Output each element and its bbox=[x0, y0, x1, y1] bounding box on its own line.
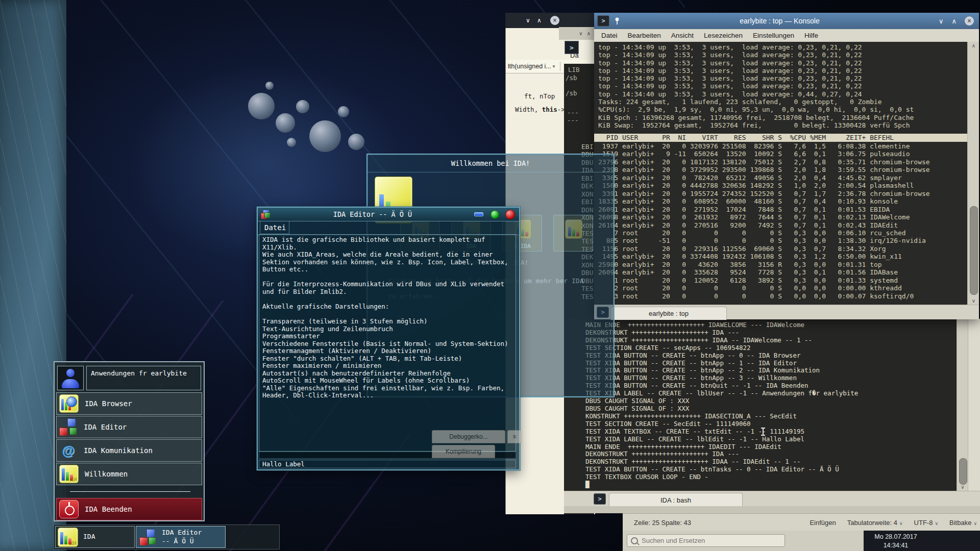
pin-icon[interactable] bbox=[614, 17, 621, 25]
wallpaper-bubble bbox=[296, 100, 309, 113]
menu-ansicht[interactable]: Ansicht bbox=[671, 32, 694, 39]
launcher-item-ida-editor[interactable]: IDA Editor bbox=[56, 416, 202, 438]
toolview-button[interactable]: ≡ bbox=[507, 430, 522, 443]
maximize-icon[interactable]: ∧ bbox=[951, 17, 957, 25]
window-frame bbox=[564, 506, 980, 513]
editor-textbox[interactable]: XIDA ist die grafische Bibliothek und ba… bbox=[259, 234, 516, 452]
globe-icon bbox=[66, 396, 77, 407]
search-field[interactable] bbox=[627, 534, 785, 547]
kate-code-line: ft, nTop bbox=[524, 92, 555, 100]
ida-bash-terminal[interactable]: MAIN ENDE ++++++++++++++++++++ IDAWELCOM… bbox=[564, 319, 957, 491]
wallpaper-bubble bbox=[248, 93, 275, 119]
scrollbar-thumb[interactable] bbox=[970, 206, 978, 295]
insert-mode[interactable]: Einfügen bbox=[810, 519, 836, 527]
kate-close-icon[interactable]: × bbox=[550, 16, 559, 25]
tab-debugger[interactable]: Debuggerko... bbox=[432, 430, 505, 443]
scroll-down-icon[interactable]: ∨ bbox=[957, 484, 968, 490]
chevron-down-icon: ▾ bbox=[553, 64, 555, 69]
ida-editor-icon bbox=[261, 210, 271, 219]
wallpaper-bubble bbox=[348, 134, 364, 150]
launcher-header-label: Anwendungen fr earlybite bbox=[86, 366, 201, 390]
kate-function-label: lth(unsigned i... bbox=[508, 63, 551, 70]
ida-editor-icon bbox=[139, 529, 157, 545]
ida-welcome-icon: IDA bbox=[59, 465, 79, 483]
close-icon[interactable]: × bbox=[965, 16, 974, 26]
highlight-mode-select[interactable]: Bitbake∨ bbox=[949, 519, 977, 527]
process-table-rows: 1937 earlybi+ 20 0 3203976 251508 82396 … bbox=[598, 142, 930, 300]
maximize-button[interactable] bbox=[491, 210, 499, 219]
menu-hilfe[interactable]: Hilfe bbox=[804, 32, 818, 39]
kate-titlebar-fragment: ∨ ∧ × bbox=[505, 13, 595, 28]
toolview-tabs-fragment: Debuggerko... ≡ Kompilierung bbox=[432, 430, 536, 458]
wallpaper-bubble bbox=[265, 82, 274, 90]
ida-editor-icon bbox=[59, 418, 78, 436]
tab-width-select[interactable]: Tabulatorweite: 4∨ bbox=[847, 519, 903, 527]
wallpaper-bubble bbox=[309, 120, 341, 152]
search-icon bbox=[631, 537, 638, 544]
minimize-button[interactable] bbox=[474, 212, 483, 216]
kate-minimize-icon[interactable]: ∨ bbox=[526, 13, 530, 28]
scrollbar[interactable]: ∨ bbox=[957, 319, 968, 491]
konsole-titlebar[interactable]: > earlybite : top — Konsole ∨ ∧ × bbox=[594, 13, 979, 29]
terminal-icon: > bbox=[594, 493, 606, 505]
text-cursor-pointer bbox=[763, 428, 764, 436]
menu-datei[interactable]: Datei bbox=[601, 32, 618, 39]
clock[interactable]: Mo 28.07.2017 14:34:41 bbox=[868, 533, 924, 550]
kate-maximize-icon[interactable]: ∧ bbox=[537, 13, 542, 28]
launcher-item-ida-browser[interactable]: IDA Browser bbox=[56, 392, 202, 415]
editor-text: XIDA ist die grafische Bibliothek und ba… bbox=[262, 236, 508, 399]
menu-lesezeichen[interactable]: Lesezeichen bbox=[704, 32, 743, 39]
launcher-item-willkommen[interactable]: IDA Willkommen bbox=[56, 463, 202, 485]
editor-titlebar[interactable]: IDA Editor -- Ä Ö Ü bbox=[258, 208, 519, 221]
terminal-fragment: /sb bbox=[566, 89, 577, 97]
menu-datei[interactable]: Datei bbox=[260, 221, 289, 234]
window-title: Willkommen bei IDA! bbox=[451, 159, 530, 167]
taskbar-item-ida-editor[interactable]: IDA Editor -- Ä Ö Ü bbox=[136, 526, 226, 548]
toolview-corner-fragment: ∨∧ bbox=[559, 27, 595, 40]
tab-ida-bash[interactable]: IDA : bash bbox=[609, 493, 743, 507]
menu-einstellungen[interactable]: Einstellungen bbox=[753, 32, 794, 39]
bash-tabbar: > IDA : bash bbox=[564, 491, 980, 507]
konsole-menubar: Datei Bearbeiten Ansicht Lesezeichen Ein… bbox=[594, 29, 979, 42]
search-row bbox=[623, 531, 864, 551]
tab-kompilierung[interactable]: Kompilierung bbox=[432, 445, 495, 458]
chevron-up-icon[interactable]: ∧ bbox=[587, 31, 591, 36]
menu-bearbeiten[interactable]: Bearbeiten bbox=[628, 32, 661, 39]
wallpaper-bubble bbox=[276, 113, 295, 133]
encoding-select[interactable]: UTF-8∨ bbox=[914, 519, 938, 527]
terminal-toggle-icon[interactable]: > bbox=[565, 41, 579, 54]
user-avatar bbox=[57, 366, 84, 390]
scroll-down-icon[interactable]: ∨ bbox=[968, 298, 979, 304]
search-input[interactable] bbox=[641, 536, 765, 545]
close-button[interactable] bbox=[505, 210, 515, 219]
taskbar-item-ida[interactable]: IDA IDA bbox=[55, 526, 135, 548]
welcome-tile[interactable] bbox=[553, 215, 593, 252]
scrollbar[interactable]: ∧ ∨ bbox=[967, 42, 979, 305]
ida-launcher-menu: Anwendungen fr earlybite IDA Browser IDA… bbox=[54, 361, 205, 521]
top-terminal[interactable]: top - 14:34:09 up 3:53, 3 users, load av… bbox=[594, 42, 979, 305]
ida-taskbar: IDA IDA IDA Editor -- Ä Ö Ü bbox=[54, 524, 280, 549]
konsole-tabbar: > earlybite : top bbox=[594, 305, 979, 319]
ida-debug-output: MAIN ENDE ++++++++++++++++++++ IDAWELCOM… bbox=[585, 321, 858, 489]
window-title: IDA Editor -- Ä Ö Ü bbox=[271, 210, 474, 218]
launcher-item-ida-beenden[interactable]: IDA Beenden bbox=[56, 498, 202, 520]
konsole-app-icon: > bbox=[597, 15, 609, 27]
menu-separator bbox=[70, 491, 190, 492]
welcome-titlebar[interactable]: Willkommen bei IDA! bbox=[368, 155, 614, 172]
tab-earlybite-top[interactable]: earlybite : top bbox=[610, 307, 727, 320]
konsole-window: > earlybite : top — Konsole ∨ ∧ × Datei … bbox=[594, 13, 979, 319]
ida-icon: IDA bbox=[58, 528, 78, 547]
minimize-icon[interactable]: ∨ bbox=[939, 17, 944, 25]
chevron-down-icon[interactable]: ∨ bbox=[579, 31, 582, 36]
scrollbar-thumb[interactable] bbox=[959, 458, 967, 485]
clock-date: Mo 28.07.2017 bbox=[868, 533, 924, 541]
scroll-up-icon[interactable]: ∧ bbox=[968, 43, 979, 48]
kate-statusbar: Zeile: 25 Spalte: 43 Einfügen Tabulatorw… bbox=[623, 513, 980, 531]
launcher-item-ida-komunikation[interactable]: @ IDA Komunikation bbox=[56, 439, 202, 462]
clock-time: 14:34:41 bbox=[868, 541, 924, 550]
window-title: earlybite : top — Konsole bbox=[621, 17, 939, 25]
terminal-fragment: LIB bbox=[568, 66, 580, 73]
ida-browser-icon bbox=[59, 394, 79, 413]
editor-scroll-strip[interactable] bbox=[968, 319, 980, 491]
wallpaper-bubble bbox=[287, 138, 296, 147]
